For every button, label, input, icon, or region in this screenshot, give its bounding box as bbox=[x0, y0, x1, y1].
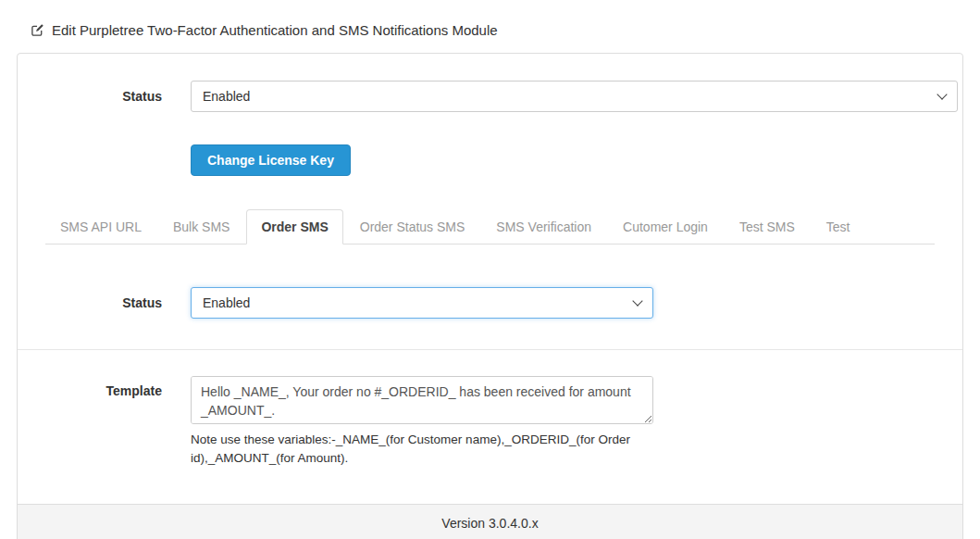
module-status-label: Status bbox=[18, 89, 191, 104]
template-label: Template bbox=[18, 376, 191, 398]
order-sms-status-select[interactable]: Enabled bbox=[191, 287, 653, 319]
order-sms-tab-panel: Status Enabled Template Hello _NAME_, Yo… bbox=[18, 244, 962, 467]
tab-bulk-sms[interactable]: Bulk SMS bbox=[158, 209, 244, 244]
template-textarea[interactable]: Hello _NAME_, Your order no #_ORDERID_ h… bbox=[191, 376, 653, 424]
chevron-down-icon bbox=[937, 89, 947, 99]
template-help-text: Note use these variables:-_NAME_(for Cus… bbox=[191, 431, 653, 467]
module-panel: Status Enabled Change License Key SMS AP… bbox=[17, 53, 963, 539]
tab-test[interactable]: Test bbox=[812, 209, 865, 244]
order-sms-status-row: Status Enabled bbox=[18, 287, 962, 319]
change-license-key-button[interactable]: Change License Key bbox=[191, 144, 351, 176]
tab-sms-api-url[interactable]: SMS API URL bbox=[45, 209, 156, 244]
module-status-select[interactable]: Enabled bbox=[191, 81, 958, 112]
tab-test-sms[interactable]: Test SMS bbox=[725, 209, 810, 244]
tab-bar: SMS API URL Bulk SMS Order SMS Order Sta… bbox=[45, 209, 935, 244]
edit-icon bbox=[31, 23, 44, 37]
tab-order-status-sms[interactable]: Order Status SMS bbox=[345, 209, 480, 244]
chevron-down-icon bbox=[632, 295, 642, 306]
template-row: Template Hello _NAME_, Your order no #_O… bbox=[18, 376, 962, 467]
template-control: Hello _NAME_, Your order no #_ORDERID_ h… bbox=[191, 376, 653, 467]
version-text: Version 3.0.4.0.x bbox=[441, 516, 538, 531]
module-status-select-value: Enabled bbox=[203, 89, 250, 104]
tab-sms-verification[interactable]: SMS Verification bbox=[481, 209, 606, 244]
page-title-text: Edit Purpletree Two-Factor Authenticatio… bbox=[52, 22, 498, 38]
section-divider bbox=[18, 349, 962, 350]
order-sms-status-label: Status bbox=[18, 295, 191, 310]
module-status-row: Status Enabled bbox=[18, 81, 958, 112]
page-title: Edit Purpletree Two-Factor Authenticatio… bbox=[31, 22, 980, 38]
license-button-row: Change License Key bbox=[191, 144, 962, 176]
panel-footer: Version 3.0.4.0.x bbox=[18, 504, 962, 539]
tab-order-sms[interactable]: Order SMS bbox=[246, 209, 342, 244]
order-sms-status-select-value: Enabled bbox=[203, 295, 250, 310]
tab-cutomer-login[interactable]: Cutomer Login bbox=[608, 209, 723, 244]
